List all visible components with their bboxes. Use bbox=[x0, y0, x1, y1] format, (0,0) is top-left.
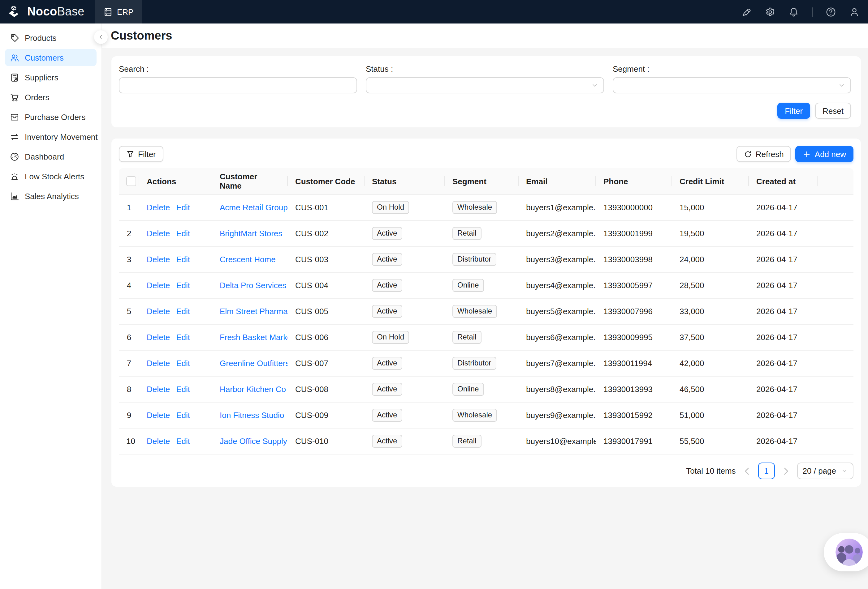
sidebar-item-sales-analytics[interactable]: Sales Analytics bbox=[5, 187, 96, 205]
box-icon bbox=[10, 112, 19, 122]
blank-cell bbox=[818, 402, 853, 428]
row-actions: DeleteEdit bbox=[139, 221, 212, 246]
phone-cell: 13930011994 bbox=[596, 350, 672, 376]
blank-cell bbox=[818, 324, 853, 350]
sidebar-item-low-stock-alerts[interactable]: Low Stock Alerts bbox=[5, 168, 96, 185]
delete-link[interactable]: Delete bbox=[147, 384, 170, 394]
filter-field-label: Status : bbox=[366, 64, 604, 74]
edit-link[interactable]: Edit bbox=[176, 384, 190, 394]
sidebar-item-suppliers[interactable]: Suppliers bbox=[5, 69, 96, 86]
customer-name-link[interactable]: Delta Pro Services bbox=[220, 281, 286, 290]
workspace-tab-erp[interactable]: ERP bbox=[95, 0, 142, 24]
pagination-next-button[interactable] bbox=[781, 465, 791, 476]
page-size-select[interactable]: 20 / page bbox=[797, 462, 853, 479]
email-cell: buyers4@example.c... bbox=[519, 272, 596, 298]
status-badge: Active bbox=[372, 227, 402, 240]
assistant-avatar[interactable] bbox=[836, 539, 863, 566]
status-cell: Active bbox=[365, 221, 445, 246]
customer-name-link[interactable]: Jade Office Supply bbox=[220, 437, 287, 446]
table-row: 10DeleteEditJade Office SupplyCUS-010Act… bbox=[119, 428, 853, 454]
sidebar-item-customers[interactable]: Customers bbox=[5, 49, 96, 66]
settings-icon[interactable] bbox=[765, 6, 775, 17]
phone-cell: 13930015992 bbox=[596, 402, 672, 428]
edit-link[interactable]: Edit bbox=[176, 411, 190, 420]
pagination-page-1[interactable]: 1 bbox=[758, 462, 775, 479]
sidebar-item-orders[interactable]: Orders bbox=[5, 88, 96, 106]
delete-link[interactable]: Delete bbox=[147, 307, 170, 316]
customer-name-link[interactable]: Ion Fitness Studio bbox=[220, 411, 284, 420]
delete-link[interactable]: Delete bbox=[147, 281, 170, 290]
add-new-button[interactable]: Add new bbox=[796, 146, 853, 162]
pagination-prev-button[interactable] bbox=[741, 465, 753, 476]
sidebar-item-purchase-orders[interactable]: Purchase Orders bbox=[5, 108, 96, 125]
sidebar-collapse-button[interactable] bbox=[94, 30, 108, 44]
column-header-created-at: Created at bbox=[749, 168, 818, 194]
user-icon[interactable] bbox=[849, 6, 860, 17]
assistant-widget[interactable] bbox=[824, 533, 868, 571]
table-row: 7DeleteEditGreenline OutfittersCUS-007Ac… bbox=[119, 350, 853, 376]
edit-link[interactable]: Edit bbox=[176, 203, 190, 212]
column-header-blank bbox=[119, 168, 139, 194]
customer-name-cell: Fresh Basket Market bbox=[212, 324, 288, 350]
row-actions: DeleteEdit bbox=[139, 402, 212, 428]
refresh-button[interactable]: Refresh bbox=[737, 146, 791, 162]
segment-select[interactable] bbox=[613, 77, 851, 93]
delete-link[interactable]: Delete bbox=[147, 255, 170, 264]
customer-name-link[interactable]: Acme Retail Group bbox=[220, 203, 288, 212]
edit-link[interactable]: Edit bbox=[176, 359, 190, 368]
customer-name-cell: Ion Fitness Studio bbox=[212, 402, 288, 428]
page-header: Customers bbox=[102, 24, 868, 48]
email-cell: buyers1@example.c... bbox=[519, 194, 596, 221]
delete-link[interactable]: Delete bbox=[147, 411, 170, 420]
select-all-checkbox[interactable] bbox=[126, 177, 136, 186]
segment-cell: Wholesale bbox=[445, 402, 519, 428]
segment-badge: Wholesale bbox=[452, 305, 497, 318]
status-select[interactable] bbox=[366, 77, 604, 93]
table-row: 6DeleteEditFresh Basket MarketCUS-006On … bbox=[119, 324, 853, 350]
sidebar-item-dashboard[interactable]: Dashboard bbox=[5, 148, 96, 165]
segment-badge: Retail bbox=[452, 227, 481, 240]
delete-link[interactable]: Delete bbox=[147, 437, 170, 446]
app-root: NocoBase ERP ProductsCustomersSuppliersO… bbox=[0, 0, 868, 589]
edit-link[interactable]: Edit bbox=[176, 229, 190, 238]
delete-link[interactable]: Delete bbox=[147, 333, 170, 342]
segment-badge: Retail bbox=[452, 435, 481, 448]
credit-limit-cell: 33,000 bbox=[672, 298, 749, 324]
edit-link[interactable]: Edit bbox=[176, 307, 190, 316]
customer-name-link[interactable]: Crescent Home bbox=[220, 255, 276, 264]
blank-cell bbox=[818, 194, 853, 221]
pagination: Total 10 items 1 20 / page bbox=[119, 462, 853, 479]
edit-link[interactable]: Edit bbox=[176, 281, 190, 290]
sidebar-item-products[interactable]: Products bbox=[5, 29, 96, 46]
search-input[interactable] bbox=[119, 77, 357, 93]
table-filter-button[interactable]: Filter bbox=[119, 146, 163, 162]
delete-link[interactable]: Delete bbox=[147, 359, 170, 368]
filter-reset-button[interactable]: Reset bbox=[815, 103, 851, 119]
blank-cell bbox=[818, 272, 853, 298]
customers-icon bbox=[10, 53, 19, 62]
swap-icon bbox=[10, 132, 19, 141]
highlighter-icon[interactable] bbox=[741, 6, 752, 17]
help-icon[interactable] bbox=[825, 6, 836, 17]
credit-limit-cell: 24,000 bbox=[672, 246, 749, 272]
delete-link[interactable]: Delete bbox=[147, 203, 170, 212]
sidebar-item-inventory-movement[interactable]: Inventory Movement bbox=[5, 128, 96, 145]
edit-link[interactable]: Edit bbox=[176, 255, 190, 264]
status-badge: On Hold bbox=[372, 201, 409, 214]
customer-name-link[interactable]: Harbor Kitchen Co bbox=[220, 384, 286, 394]
filter-submit-button[interactable]: Filter bbox=[777, 103, 810, 119]
edit-link[interactable]: Edit bbox=[176, 333, 190, 342]
nocobase-brand[interactable]: NocoBase bbox=[0, 4, 95, 19]
delete-link[interactable]: Delete bbox=[147, 229, 170, 238]
customer-name-link[interactable]: BrightMart Stores bbox=[220, 229, 282, 238]
row-index: 2 bbox=[119, 221, 139, 246]
created-at-cell: 2026-04-17 bbox=[749, 221, 818, 246]
edit-link[interactable]: Edit bbox=[176, 437, 190, 446]
customer-name-link[interactable]: Elm Street Pharmacy bbox=[220, 307, 288, 316]
plus-icon bbox=[803, 150, 811, 158]
customer-name-cell: Crescent Home bbox=[212, 246, 288, 272]
customer-name-link[interactable]: Fresh Basket Market bbox=[220, 333, 288, 342]
row-actions: DeleteEdit bbox=[139, 376, 212, 402]
notifications-icon[interactable] bbox=[788, 6, 799, 17]
customer-name-link[interactable]: Greenline Outfitters bbox=[220, 359, 288, 368]
